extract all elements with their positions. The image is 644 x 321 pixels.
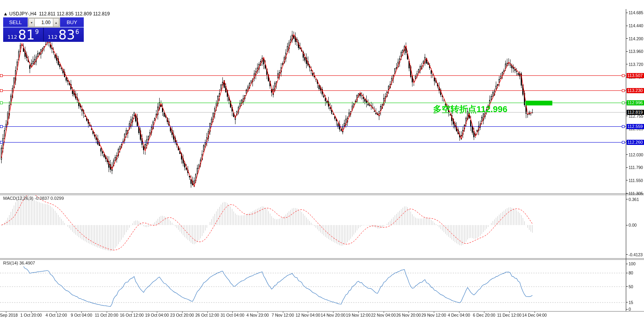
- price-tick-mark: [626, 193, 628, 193]
- buy-button[interactable]: BUY: [60, 17, 84, 28]
- time-label: 23 Oct 20:00: [170, 313, 194, 317]
- time-label: 1 Oct 20:00: [21, 313, 42, 317]
- price-tick-mark: [626, 180, 628, 180]
- line-handle-left[interactable]: [0, 125, 3, 128]
- rsi-tick-mark: [626, 309, 628, 310]
- rsi-tick-label: 50: [629, 284, 633, 289]
- time-label: 14 Nov 20:00: [321, 313, 345, 317]
- buy-price-big: 83: [58, 29, 75, 41]
- sell-price-big: 81: [18, 29, 35, 41]
- line-handle-right[interactable]: [622, 101, 625, 104]
- annotation-text[interactable]: 多空转折点112.996: [433, 103, 507, 115]
- time-label: 4 Oct 12:00: [45, 313, 67, 317]
- rsi-tick-mark: [626, 286, 628, 287]
- macd-rsi-splitter[interactable]: [0, 258, 644, 260]
- price-tick-label: 113.720: [629, 62, 643, 67]
- line-handle-left[interactable]: [0, 74, 3, 77]
- buy-price[interactable]: 112 83 6: [43, 28, 83, 42]
- price-tick-label: 114.685: [629, 10, 643, 15]
- time-label: 6 Dec 20:00: [473, 313, 495, 317]
- main-macd-splitter[interactable]: [0, 193, 644, 195]
- line-handle-right[interactable]: [622, 89, 625, 92]
- price-tick-mark: [626, 167, 628, 168]
- price-tick-label: 112.030: [629, 152, 643, 157]
- time-label: 11 Dec 12:00: [497, 313, 522, 317]
- rsi-tick-label: 0: [629, 307, 631, 312]
- time-label: 14 Dec 04:00: [522, 313, 546, 317]
- price-badge-112.260: 112.260: [627, 140, 644, 145]
- sell-price-pip: 9: [35, 28, 39, 36]
- price-badge-113.230: 113.230: [627, 88, 644, 93]
- sell-price-prefix: 112: [8, 34, 17, 40]
- line-handle-right[interactable]: [622, 125, 625, 128]
- price-line-113.507[interactable]: [0, 75, 626, 76]
- line-handle-left[interactable]: [0, 141, 3, 144]
- rsi-name: RSI(14): [3, 261, 18, 265]
- price-tick-mark: [626, 13, 628, 13]
- macd-tick-mark: [626, 225, 628, 225]
- time-label: 19 Oct 04:00: [145, 313, 169, 317]
- ohlc-high: 112.835: [57, 11, 74, 17]
- mt4-window: { "toolbar": { "groups": [ {"items": [ {…: [0, 0, 644, 321]
- buy-price-prefix: 112: [48, 34, 58, 40]
- price-tick-label: 114.200: [629, 36, 643, 41]
- macd-tick-mark: [626, 254, 628, 255]
- price-tick-label: 113.960: [629, 49, 643, 54]
- price-axis-line: [626, 9, 626, 311]
- highlight-box[interactable]: [525, 101, 552, 105]
- time-label: 19 Nov 12:00: [346, 313, 371, 317]
- price-line-112.260[interactable]: [0, 142, 626, 143]
- macd-tick-label: 0.00: [629, 223, 636, 227]
- chart-title: ▲ USDJPY-,H4 112.811 112.835 112.809 112…: [3, 11, 110, 17]
- rsi-tick-mark: [626, 264, 628, 264]
- macd-name: MACD(12,26,9): [3, 196, 33, 201]
- buy-price-pip: 6: [75, 28, 79, 36]
- volume-input[interactable]: [35, 18, 53, 27]
- price-tick-mark: [626, 26, 628, 26]
- volume-decrease-button[interactable]: ▼: [28, 18, 35, 27]
- price-badge-112.819: 112.819: [627, 110, 644, 115]
- macd-value-signal: 0.0299: [51, 196, 64, 201]
- time-label: 26 Nov 20:00: [396, 313, 421, 317]
- macd-tick-label: -0.4123: [629, 252, 643, 257]
- price-tick-mark: [626, 154, 628, 155]
- line-handle-left[interactable]: [0, 101, 3, 104]
- price-tick-mark: [626, 64, 628, 64]
- volume-increase-button[interactable]: ▲: [53, 18, 59, 27]
- macd-tick-label: 0.361: [629, 197, 639, 202]
- price-tick-mark: [626, 38, 628, 39]
- price-badge-113.507: 113.507: [627, 73, 644, 78]
- price-tick-mark: [626, 116, 628, 116]
- price-tick-label: 111.305: [629, 191, 643, 196]
- time-label: 7 Nov 12:00: [271, 313, 294, 317]
- ohlc-low: 112.809: [75, 11, 92, 17]
- time-label: 9 Oct 04:00: [71, 313, 92, 317]
- macd-indicator-label: MACD(12,26,9) -0.0837 0.0299: [3, 196, 64, 201]
- rsi-tick-label: 15: [629, 300, 633, 305]
- time-axis-line: [0, 311, 644, 312]
- time-label: 26 Oct 12:00: [196, 313, 219, 317]
- rsi-value: 36.4907: [19, 261, 35, 265]
- line-handle-right[interactable]: [622, 141, 625, 144]
- time-label: 11 Oct 20:00: [95, 313, 118, 317]
- sell-button[interactable]: SELL: [3, 17, 28, 28]
- price-line-112.819[interactable]: [0, 112, 626, 113]
- volume-spinner: ▼ ▲: [28, 17, 60, 28]
- rsi-tick-label: 100: [629, 261, 636, 266]
- price-badge-112.996: 112.996: [627, 100, 644, 105]
- price-tick-label: 114.440: [629, 23, 643, 28]
- chart-canvas[interactable]: [0, 0, 644, 321]
- time-label: 4 Dec 04:00: [448, 313, 470, 317]
- ohlc-open: 112.811: [39, 11, 56, 17]
- price-badge-112.559: 112.559: [627, 124, 644, 129]
- line-handle-right[interactable]: [622, 74, 625, 77]
- sell-price[interactable]: 112 81 9: [3, 28, 43, 42]
- time-label: 4 Nov 23:00: [247, 313, 269, 317]
- time-label: 12 Nov 04:00: [296, 313, 320, 317]
- price-line-112.559[interactable]: [0, 126, 626, 127]
- panel-collapse-icon[interactable]: ▲: [3, 11, 8, 17]
- line-handle-left[interactable]: [0, 89, 3, 92]
- price-line-113.230[interactable]: [0, 90, 626, 91]
- price-tick-label: 111.790: [629, 165, 643, 170]
- price-tick-mark: [626, 51, 628, 52]
